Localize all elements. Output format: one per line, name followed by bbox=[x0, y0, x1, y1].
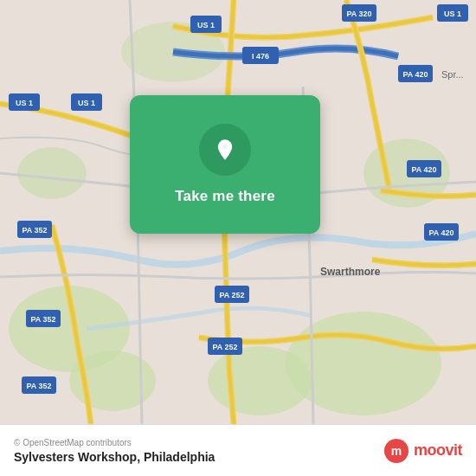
action-card[interactable]: Take me there bbox=[130, 95, 320, 234]
bottom-left: © OpenStreetMap contributors Sylvesters … bbox=[14, 438, 215, 464]
svg-text:Spr...: Spr... bbox=[441, 69, 464, 80]
moovit-logo: m moovit bbox=[383, 437, 462, 465]
svg-point-6 bbox=[17, 147, 87, 199]
svg-text:PA 352: PA 352 bbox=[26, 382, 51, 390]
svg-text:US 1: US 1 bbox=[197, 21, 215, 29]
take-me-there-button[interactable]: Take me there bbox=[175, 188, 275, 205]
svg-text:PA 352: PA 352 bbox=[22, 226, 47, 235]
svg-text:I 476: I 476 bbox=[252, 52, 269, 61]
svg-text:Swarthmore: Swarthmore bbox=[320, 266, 381, 278]
svg-text:PA 420: PA 420 bbox=[428, 228, 453, 237]
svg-text:m: m bbox=[391, 444, 402, 458]
svg-text:PA 352: PA 352 bbox=[30, 315, 55, 324]
svg-text:PA 320: PA 320 bbox=[346, 10, 371, 18]
svg-text:PA 420: PA 420 bbox=[402, 70, 428, 79]
svg-text:PA 252: PA 252 bbox=[212, 343, 237, 351]
moovit-brand-text: moovit bbox=[414, 441, 462, 460]
map-attribution: © OpenStreetMap contributors bbox=[14, 438, 215, 447]
svg-text:US 1: US 1 bbox=[16, 99, 33, 107]
svg-text:PA 252: PA 252 bbox=[219, 291, 244, 299]
svg-text:US 1: US 1 bbox=[78, 99, 95, 107]
svg-text:PA 420: PA 420 bbox=[411, 165, 436, 174]
place-label: Sylvesters Workshop, Philadelphia bbox=[14, 450, 215, 464]
bottom-bar: © OpenStreetMap contributors Sylvesters … bbox=[0, 424, 476, 476]
svg-text:US 1: US 1 bbox=[444, 10, 461, 18]
moovit-brand-icon: m bbox=[383, 437, 410, 465]
map-view: US 1 US 1 US 1 I 476 PA 252 PA 252 PA 35… bbox=[0, 0, 476, 424]
location-pin-icon bbox=[213, 138, 237, 162]
location-icon-wrapper bbox=[199, 124, 251, 176]
svg-point-2 bbox=[286, 312, 441, 415]
svg-point-3 bbox=[208, 346, 312, 415]
